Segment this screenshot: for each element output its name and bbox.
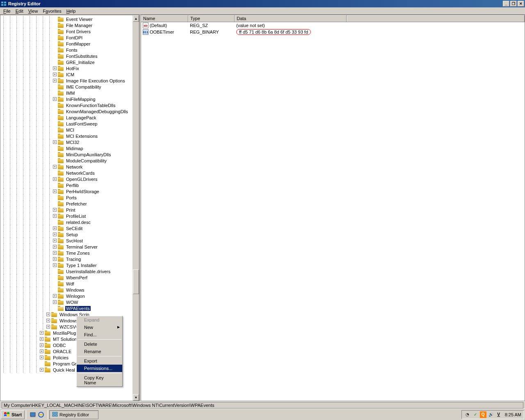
list-body[interactable]: ab(Default)REG_SZ(value not set)011OOBET… bbox=[141, 22, 525, 401]
taskbar-app-button[interactable]: Registry Editor bbox=[49, 410, 98, 419]
tree-item[interactable]: +Network bbox=[0, 164, 132, 170]
context-menu-item[interactable]: Export bbox=[77, 357, 122, 365]
expander-icon[interactable]: + bbox=[40, 337, 43, 341]
menu-view[interactable]: View bbox=[26, 8, 41, 14]
expander-icon[interactable]: + bbox=[53, 294, 57, 298]
expander-icon[interactable]: + bbox=[53, 214, 57, 218]
expander-icon[interactable]: + bbox=[46, 325, 50, 329]
tree-scrollbar[interactable]: ▲ ▼ bbox=[132, 15, 139, 401]
expander-icon[interactable]: + bbox=[46, 319, 50, 322]
tree-item[interactable]: +OpenGLDrivers bbox=[0, 176, 132, 182]
tree-item[interactable]: WbemPerf bbox=[0, 274, 132, 281]
expander-icon[interactable]: + bbox=[53, 239, 57, 242]
tree-item[interactable]: NetworkCards bbox=[0, 170, 132, 176]
tree-item[interactable]: Wdf bbox=[0, 281, 132, 287]
scroll-down-icon[interactable]: ▼ bbox=[133, 394, 139, 401]
expander-icon[interactable]: + bbox=[46, 313, 50, 316]
expander-icon[interactable]: + bbox=[53, 263, 57, 267]
tree-item[interactable]: Font Drivers bbox=[0, 28, 132, 34]
expander-icon[interactable]: + bbox=[53, 97, 57, 101]
start-button[interactable]: Start bbox=[1, 410, 25, 419]
tree-item[interactable]: +MCI32 bbox=[0, 139, 132, 145]
list-row[interactable]: ab(Default)REG_SZ(value not set) bbox=[141, 22, 525, 29]
expander-icon[interactable]: + bbox=[53, 245, 57, 249]
tree-item[interactable]: ModuleCompatibility bbox=[0, 158, 132, 164]
tree-item[interactable]: +ProfileList bbox=[0, 213, 132, 219]
expander-icon[interactable]: + bbox=[40, 349, 43, 353]
tree-item[interactable]: +SeCEdit bbox=[0, 225, 132, 231]
menu-file[interactable]: File bbox=[1, 8, 13, 14]
minimize-button[interactable]: _ bbox=[503, 1, 509, 7]
column-header[interactable]: Name bbox=[141, 15, 188, 22]
expander-icon[interactable]: + bbox=[40, 331, 43, 335]
tree-item[interactable]: MCI bbox=[0, 127, 132, 133]
expander-icon[interactable]: + bbox=[53, 140, 57, 144]
tree-item[interactable]: related.desc bbox=[0, 219, 132, 225]
tree-item[interactable]: +WOW bbox=[0, 299, 132, 305]
expander-icon[interactable]: + bbox=[53, 189, 57, 193]
tree-item[interactable]: KnownManagedDebuggingDlls bbox=[0, 108, 132, 114]
tray-icon-3[interactable]: Q bbox=[480, 411, 486, 418]
clock[interactable]: 8:25 AM bbox=[503, 412, 521, 417]
tree-item[interactable]: +PerHwIdStorage bbox=[0, 188, 132, 194]
tree-item[interactable]: +Terminal Server bbox=[0, 244, 132, 250]
menu-edit[interactable]: Edit bbox=[13, 8, 26, 14]
expander-icon[interactable]: + bbox=[53, 300, 57, 304]
show-desktop-icon[interactable] bbox=[29, 411, 37, 418]
expander-icon[interactable]: + bbox=[40, 356, 43, 359]
tray-icon-5[interactable]: V bbox=[495, 411, 502, 418]
tree-item[interactable]: GRE_Initialize bbox=[0, 59, 132, 65]
context-menu-item[interactable]: Find... bbox=[77, 331, 122, 338]
tree-item[interactable]: Fonts bbox=[0, 47, 132, 53]
tree-item[interactable]: LanguagePack bbox=[0, 114, 132, 121]
tree-item[interactable]: FontMapper bbox=[0, 41, 132, 47]
tree-item[interactable]: +IniFileMapping bbox=[0, 96, 132, 102]
tray-icon-2[interactable]: ✓ bbox=[472, 411, 479, 418]
tree-item[interactable]: IMM bbox=[0, 90, 132, 96]
tree-item[interactable]: +Image File Execution Options bbox=[0, 78, 132, 84]
context-menu-item[interactable]: Copy Key Name bbox=[77, 374, 122, 386]
expander-icon[interactable]: + bbox=[40, 343, 43, 347]
scroll-up-icon[interactable]: ▲ bbox=[133, 15, 139, 22]
context-menu-item[interactable]: Delete bbox=[77, 340, 122, 348]
column-header[interactable]: Type bbox=[188, 15, 235, 22]
scroll-thumb[interactable] bbox=[133, 269, 139, 294]
tree-item[interactable]: Ports bbox=[0, 194, 132, 201]
tree-item[interactable]: MiniDumpAuxiliaryDlls bbox=[0, 151, 132, 158]
expander-icon[interactable]: + bbox=[53, 233, 57, 236]
tree-item[interactable]: +ICM bbox=[0, 71, 132, 78]
tree-item[interactable]: +Winlogon bbox=[0, 293, 132, 299]
tree-item[interactable]: Midimap bbox=[0, 145, 132, 151]
column-header[interactable]: Data bbox=[235, 15, 347, 22]
expander-icon[interactable]: + bbox=[53, 251, 57, 255]
tree-item[interactable]: File Manager bbox=[0, 22, 132, 28]
tree-item[interactable]: +Setup bbox=[0, 231, 132, 237]
expander-icon[interactable]: + bbox=[53, 226, 57, 230]
expander-icon[interactable]: + bbox=[40, 368, 43, 372]
maximize-button[interactable]: ❐ bbox=[510, 1, 517, 7]
menu-favorites[interactable]: Favorites bbox=[40, 8, 64, 14]
expander-icon[interactable]: + bbox=[53, 73, 57, 76]
expander-icon[interactable]: + bbox=[53, 257, 57, 261]
context-menu-item[interactable]: New▶ bbox=[77, 324, 122, 331]
expander-icon[interactable]: + bbox=[53, 66, 57, 70]
tree-item[interactable]: KnownFunctionTableDlls bbox=[0, 102, 132, 108]
tree-item[interactable]: Prefetcher bbox=[0, 201, 132, 207]
context-menu-item[interactable]: Rename bbox=[77, 348, 122, 355]
tree-item[interactable]: Userinstallable.drivers bbox=[0, 268, 132, 274]
expander-icon[interactable]: + bbox=[53, 79, 57, 82]
tree-item[interactable]: +Type 1 Installer bbox=[0, 262, 132, 268]
tree-item[interactable]: +Print bbox=[0, 207, 132, 213]
tray-icon-1[interactable]: ◔ bbox=[464, 411, 471, 418]
tree-item[interactable]: +Tracing bbox=[0, 256, 132, 262]
tree-item[interactable]: +SvcHost bbox=[0, 237, 132, 244]
tree-item[interactable]: +Time Zones bbox=[0, 250, 132, 256]
tree-item[interactable]: Perflib bbox=[0, 182, 132, 188]
tree-item[interactable]: IME Compatibility bbox=[0, 84, 132, 90]
tree-item[interactable]: WPAEvents bbox=[0, 305, 132, 311]
list-row[interactable]: 011OOBETimerREG_BINARYff d5 71 d6 8b 6a … bbox=[141, 29, 525, 35]
tree-item[interactable]: LastFontSweep bbox=[0, 121, 132, 127]
close-button[interactable]: ✕ bbox=[518, 1, 524, 7]
ie-icon[interactable] bbox=[37, 411, 45, 418]
menu-help[interactable]: Help bbox=[64, 8, 78, 14]
